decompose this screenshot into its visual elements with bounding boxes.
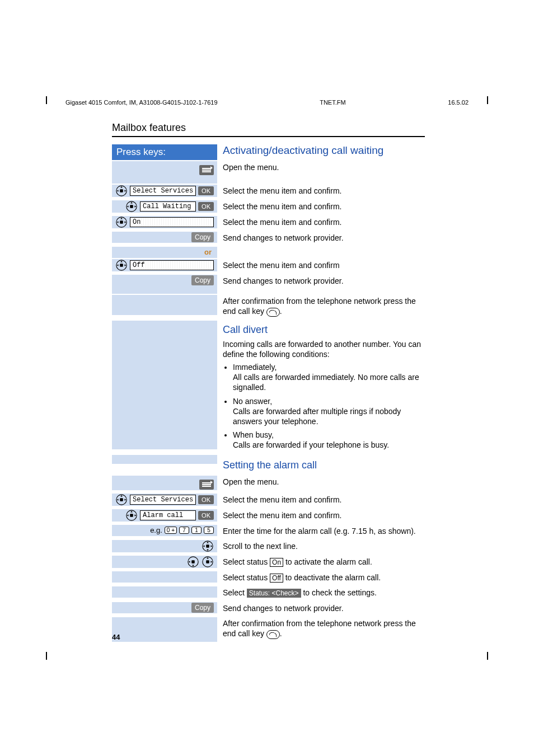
press-keys-banner: Press keys: [112, 144, 217, 160]
lcd-off: Off [130, 260, 214, 270]
nav-pad-icon [115, 494, 128, 506]
svg-marker-19 [125, 264, 127, 266]
running-header: Gigaset 4015 Comfort, IM, A31008-G4015-J… [65, 99, 469, 106]
svg-rect-41 [206, 560, 209, 564]
svg-rect-37 [191, 560, 195, 564]
alarm-status-check: Select Status: <Check> to check the sett… [223, 588, 425, 598]
svg-marker-7 [130, 202, 133, 204]
key-0: 0 + [165, 527, 177, 534]
svg-rect-11 [120, 220, 123, 224]
svg-marker-29 [135, 514, 137, 516]
nav-pad-icon [187, 556, 199, 568]
svg-marker-2 [120, 186, 123, 188]
alarm-open-menu: Open the menu. [223, 477, 425, 487]
ok-button: OK [198, 511, 214, 520]
svg-marker-13 [117, 221, 119, 223]
svg-marker-18 [117, 264, 119, 266]
step-send-changes-2: Send changes to network provider. [223, 276, 425, 286]
header-left: Gigaset 4015 Comfort, IM, A31008-G4015-J… [65, 99, 218, 106]
divert-immediately: Immediately, All calls are forwarded imm… [233, 362, 425, 393]
alarm-status-off: Select status Off to deactivate the alar… [223, 572, 425, 583]
svg-marker-33 [203, 545, 205, 547]
ok-button: OK [198, 202, 214, 211]
header-right: 16.5.02 [448, 99, 469, 106]
section-rule [112, 136, 425, 137]
alarm-scroll: Scroll to the next line. [223, 541, 425, 551]
alarm-select-alarm: Select the menu item and confirm. [223, 510, 425, 520]
alarm-status-on: Select status On to activate the alarm c… [223, 557, 425, 567]
svg-marker-24 [125, 499, 127, 501]
lcd-alarm-call: Alarm call [140, 510, 196, 520]
heading-alarm: Setting the alarm call [223, 459, 425, 471]
alarm-send-changes: Send changes to network provider. [223, 603, 425, 613]
svg-rect-1 [120, 189, 123, 192]
menu-icon [199, 165, 214, 175]
copy-button: Copy [191, 603, 214, 613]
svg-marker-17 [120, 261, 123, 262]
end-call-icon [266, 630, 280, 639]
section-title: Mailbox features [112, 122, 422, 136]
alarm-select-services: Select the menu item and confirm. [223, 495, 425, 505]
divert-conditions-list: Immediately, All calls are forwarded imm… [223, 362, 425, 450]
lcd-select-services-2: Select Services [130, 495, 196, 505]
step-call-waiting: Select the menu item and confirm. [223, 201, 425, 212]
svg-marker-35 [207, 541, 209, 543]
eg-label: e.g. [150, 526, 162, 534]
nav-pad-icon [115, 216, 128, 228]
step-select-services: Select the menu item and confirm. [223, 186, 425, 196]
svg-marker-12 [120, 218, 123, 219]
svg-marker-3 [117, 190, 119, 192]
alarm-enter-time: Enter the time for the alarm call (e.g. … [223, 526, 425, 536]
lcd-on: On [130, 217, 214, 227]
nav-down-icon [202, 540, 214, 552]
divert-no-answer: No answer, Calls are forwarded after mul… [233, 396, 425, 427]
key-5: 5 [204, 527, 214, 534]
svg-marker-28 [127, 514, 129, 516]
nav-pad-icon [115, 185, 128, 197]
svg-marker-23 [117, 499, 119, 501]
nav-pad-icon [125, 509, 138, 522]
step-on: Select the menu item and confirm. [223, 217, 425, 227]
svg-marker-38 [189, 561, 190, 563]
svg-marker-42 [207, 557, 209, 558]
divert-when-busy: When busy, Calls are forwarded if your t… [233, 430, 425, 450]
svg-marker-43 [211, 561, 213, 563]
key-1: 1 [191, 527, 202, 534]
svg-marker-4 [125, 190, 127, 192]
step-off: Select the menu item and confirm [223, 260, 425, 270]
step-open-menu: Open the menu. [223, 162, 425, 172]
ok-button: OK [198, 186, 214, 195]
ok-button: OK [198, 495, 214, 504]
svg-rect-21 [120, 498, 123, 501]
svg-rect-16 [120, 264, 123, 267]
svg-marker-39 [192, 565, 194, 566]
heading-call-waiting: Activating/deactivating call waiting [223, 144, 425, 157]
nav-pad-icon [115, 259, 128, 271]
page-number: 44 [112, 633, 120, 641]
svg-rect-31 [206, 544, 209, 548]
after-confirmation: After confirmation from the telephone ne… [223, 296, 425, 316]
end-call-icon [266, 308, 280, 317]
step-send-changes: Send changes to network provider. [223, 233, 425, 243]
svg-marker-27 [130, 510, 133, 512]
svg-marker-9 [135, 205, 137, 208]
menu-icon [199, 480, 214, 490]
svg-marker-8 [127, 205, 129, 208]
svg-rect-26 [130, 514, 133, 517]
divert-intro: Incoming calls are forwarded to another … [223, 339, 425, 359]
svg-marker-14 [125, 221, 127, 223]
svg-rect-6 [130, 205, 133, 208]
svg-marker-32 [207, 549, 209, 551]
svg-marker-22 [120, 495, 123, 496]
lcd-select-services: Select Services [130, 186, 196, 196]
key-7: 7 [179, 527, 189, 534]
or-label: or [115, 248, 214, 256]
copy-button: Copy [191, 232, 214, 242]
nav-pad-icon [202, 556, 214, 568]
alarm-after-confirmation: After confirmation from the telephone ne… [223, 618, 425, 638]
svg-marker-34 [211, 545, 213, 547]
header-mid: TNET.FM [320, 99, 345, 106]
lcd-call-waiting: Call Waiting [140, 201, 196, 212]
nav-pad-icon [125, 200, 138, 213]
heading-call-divert: Call divert [223, 324, 425, 336]
